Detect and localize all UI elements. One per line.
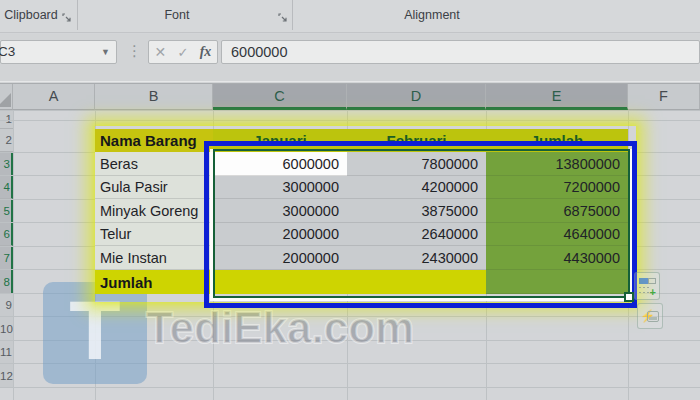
insert-function-icon[interactable]: fx (200, 44, 212, 60)
enter-icon[interactable]: ✓ (178, 45, 189, 60)
formula-input[interactable]: 6000000 (221, 40, 700, 64)
blue-annotation-box (204, 141, 637, 308)
column-header-d[interactable]: D (347, 84, 486, 110)
ribbon-group-font: Font (100, 8, 254, 22)
cell-b5-item[interactable]: Minyak Goreng (95, 199, 213, 223)
column-header-f[interactable]: F (628, 84, 700, 110)
column-header-a[interactable]: A (13, 84, 95, 110)
column-header-e[interactable]: E (486, 84, 628, 110)
formula-bar-separator: ⋮ (127, 42, 142, 60)
name-box[interactable]: C3 ▼ (0, 40, 117, 64)
cell-b2-nama-barang[interactable]: Nama Barang (95, 129, 213, 152)
fill-handle[interactable] (624, 292, 634, 302)
font-dialog-launcher-icon[interactable] (277, 10, 289, 22)
excel-window: Clipboard Font Alignment C3 ▼ ⋮ ✕ ✓ fx 6… (0, 0, 700, 400)
quick-analysis-icon[interactable]: ⚡ (637, 303, 663, 329)
cell-b6-item[interactable]: Telur (95, 223, 213, 246)
insert-options-outline-cell (648, 278, 656, 284)
quick-analysis-pane (647, 311, 659, 322)
name-box-dropdown-icon[interactable]: ▼ (101, 41, 110, 63)
cancel-icon[interactable]: ✕ (155, 44, 167, 60)
watermark-text: TediEka.com (146, 303, 414, 353)
column-header-b[interactable]: B (95, 84, 213, 110)
ribbon-group-divider (77, 0, 78, 30)
formula-bar-buttons: ✕ ✓ fx (148, 40, 218, 64)
ribbon-group-divider (292, 0, 293, 30)
cell-b8-footer[interactable]: Jumlah (95, 270, 213, 294)
ribbon-group-alignment: Alignment (332, 8, 532, 22)
column-header-c[interactable]: C (213, 84, 347, 110)
plus-icon: + (650, 287, 656, 297)
insert-options-blue-cell (639, 278, 648, 284)
clipboard-dialog-launcher-icon[interactable] (61, 10, 73, 22)
formula-bar-row: C3 ▼ ⋮ ✕ ✓ fx 6000000 (0, 34, 700, 83)
cell-b3-item[interactable]: Beras (95, 152, 213, 176)
insert-options-icon[interactable]: + (634, 272, 660, 300)
name-box-value: C3 (0, 41, 15, 63)
select-all-corner[interactable] (0, 84, 13, 110)
cell-b7-item[interactable]: Mie Instan (95, 246, 213, 270)
cell-b4-item[interactable]: Gula Pasir (95, 176, 213, 199)
ribbon-group-clipboard: Clipboard (0, 8, 62, 22)
ribbon-strip: Clipboard Font Alignment (0, 0, 700, 33)
